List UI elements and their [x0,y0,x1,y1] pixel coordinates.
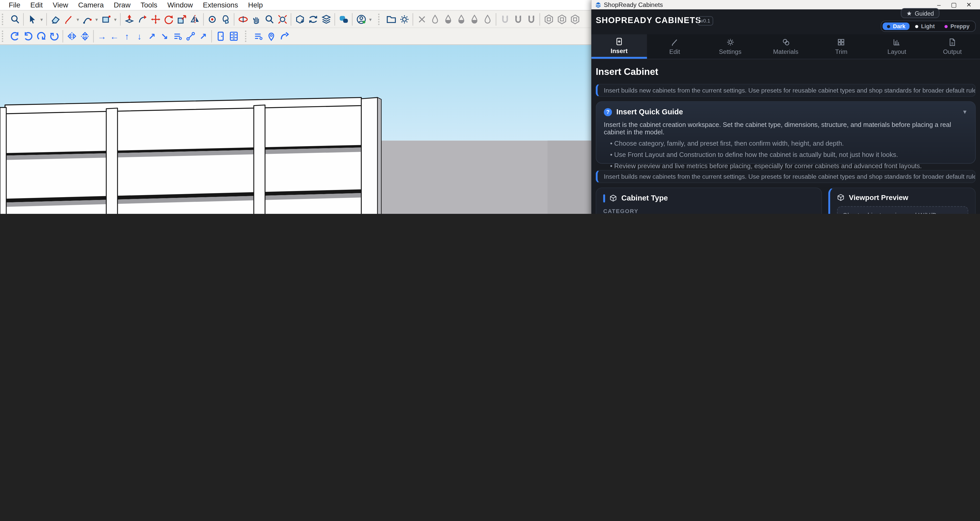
toolbar-grip[interactable] [245,30,249,42]
toolbar-separator [413,13,413,25]
droplet-full-icon[interactable] [455,13,468,26]
tab-layout[interactable]: Layout [869,34,924,59]
guided-button[interactable]: Guided [901,8,939,18]
magnet-alt-icon[interactable] [525,13,538,26]
tab-output[interactable]: Output [924,34,980,59]
cube-icon [837,194,844,201]
chevron-down-icon[interactable]: ▾ [39,17,45,22]
menu-help[interactable]: Help [243,1,268,9]
magnet-icon[interactable] [511,13,525,26]
location-pin-icon[interactable] [264,30,277,43]
shapes-icon[interactable] [219,13,232,26]
rotate-cw-icon[interactable] [8,30,21,43]
tab-materials[interactable]: Materials [758,34,813,59]
rotate-tool-icon[interactable] [162,13,175,26]
theme-light[interactable]: Light [911,22,939,30]
menu-window[interactable]: Window [162,1,198,9]
menu-camera[interactable]: Camera [73,1,109,9]
chevron-down-icon[interactable]: ▾ [75,17,81,22]
zoom-extents-icon[interactable] [276,13,289,26]
hexagon-cloud-icon[interactable] [555,13,568,26]
layers-export-icon[interactable] [319,13,332,26]
arrow-diagonal-icon[interactable]: ↗ [197,31,210,41]
swap-components-icon[interactable] [306,13,319,26]
maximize-button[interactable]: ▢ [947,1,961,8]
toolbar-separator [212,30,212,43]
droplet-empty-icon[interactable] [428,13,441,26]
hexagon-icon[interactable] [542,13,555,26]
chat-icon[interactable] [337,13,350,26]
move-tool-icon[interactable] [149,13,162,26]
pan-hand-icon[interactable] [249,13,262,26]
droplet-half-icon[interactable] [441,13,455,26]
3d-viewport[interactable]: 34.5" 36" 36" [0,45,592,214]
rotate-left-icon[interactable] [34,30,48,43]
menu-view[interactable]: View [48,1,73,9]
rotate-ccw-icon[interactable] [21,30,34,43]
viewport-scene[interactable]: 34.5" 36" 36" [0,45,592,214]
settings-gear-icon[interactable] [398,13,410,26]
list-options-icon[interactable] [170,30,184,43]
arrow-up-icon[interactable]: ↑ [121,31,133,41]
arrow-right-icon[interactable]: → [95,31,108,41]
arrow-left-icon[interactable]: ← [108,31,121,41]
list-icon[interactable] [251,30,264,43]
menu-file[interactable]: File [4,1,25,9]
zoom-tool-icon[interactable] [8,13,21,26]
toolbar-grip[interactable] [2,30,6,42]
follow-me-icon[interactable] [136,13,149,26]
scale-tool-icon[interactable] [175,13,188,26]
arrow-down-icon[interactable]: ↓ [133,31,146,41]
flip-horizontal-icon[interactable] [65,30,78,43]
menu-edit[interactable]: Edit [25,1,48,9]
push-pull-icon[interactable] [123,13,136,26]
magnet-off-icon[interactable] [498,13,511,26]
insert-icon [615,37,623,45]
orbit-icon[interactable] [236,13,249,26]
theme-preppy[interactable]: Preppy [940,22,974,30]
tab-edit[interactable]: Edit [647,34,703,59]
brand-title: SHOPREADY CABINETS [596,16,701,25]
chevron-down-icon[interactable]: ▾ [368,17,373,22]
door-panel-icon[interactable] [214,30,227,43]
menu-draw[interactable]: Draw [109,1,135,9]
redo-curve-icon[interactable] [277,30,291,43]
flip-vertical-icon[interactable] [78,30,91,43]
toolbar-separator [334,13,335,25]
arc-tool-icon[interactable] [81,13,94,26]
eraser-icon[interactable] [49,13,62,26]
toolbar-grip[interactable] [378,14,382,25]
pencil-icon[interactable] [62,13,75,26]
paint-bucket-icon[interactable] [206,13,219,26]
tab-insert[interactable]: Insert [592,34,647,59]
drawer-stack-icon[interactable] [227,30,240,43]
arrow-down-right-icon[interactable]: ↘ [158,31,171,41]
rotate-right-icon[interactable] [48,30,60,43]
close-x-icon[interactable] [415,13,428,26]
collapse-chevron-icon[interactable] [962,109,968,115]
menu-tools[interactable]: Tools [135,1,162,9]
connector-icon[interactable] [184,30,197,43]
menu-extensions[interactable]: Extensions [198,1,243,9]
folder-icon[interactable] [385,13,398,26]
chevron-down-icon[interactable]: ▾ [113,17,118,22]
select-cursor-icon[interactable] [25,13,39,26]
bookshelf-upper[interactable] [0,97,381,214]
flip-tool-icon[interactable] [188,13,201,26]
tab-trim[interactable]: Trim [813,34,869,59]
theme-dark[interactable]: Dark [883,22,910,30]
zoom-icon[interactable] [262,13,276,26]
droplet-solid-icon[interactable] [468,13,480,26]
hexagon-alt-icon[interactable] [568,13,581,26]
droplet-hatched-icon[interactable] [480,13,494,26]
minimize-button[interactable]: – [931,1,946,8]
chevron-down-icon[interactable]: ▾ [94,17,100,22]
account-icon[interactable] [355,13,368,26]
close-button[interactable]: ✕ [961,1,976,8]
download-model-icon[interactable] [293,13,306,26]
rectangle-tool-icon[interactable] [100,13,113,26]
materials-icon [782,38,790,46]
toolbar-grip[interactable] [2,14,6,25]
arrow-up-right-icon[interactable]: ↗ [146,31,158,41]
tab-settings[interactable]: Settings [703,34,758,59]
